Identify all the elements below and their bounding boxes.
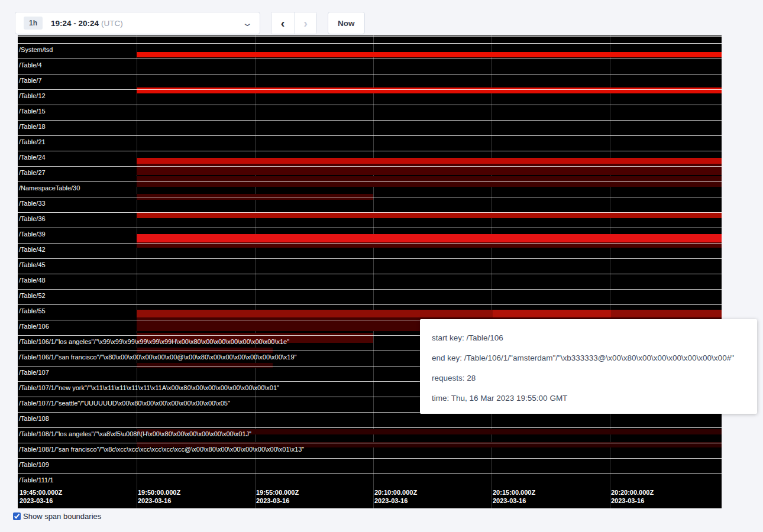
span-row[interactable]: /Table/15 bbox=[18, 105, 722, 120]
span-label: /Table/45 bbox=[18, 261, 46, 269]
x-axis-time: 19:55:00.000Z bbox=[256, 488, 299, 497]
span-label: /Table/48 bbox=[18, 277, 46, 284]
span-row[interactable]: /System/tsd bbox=[18, 43, 722, 59]
prev-range-button[interactable]: ‹ bbox=[271, 12, 294, 34]
keyvis-canvas[interactable]: /System/tsd/Table/4/Table/7/Table/12/Tab… bbox=[18, 35, 722, 508]
span-row[interactable]: /Table/108/1/"san francisco"/"\x8c\xcc\x… bbox=[18, 443, 722, 458]
span-row[interactable]: /Table/45 bbox=[18, 258, 722, 274]
x-axis-time: 20:15:00.000Z bbox=[493, 488, 535, 497]
span-label: /Table/27 bbox=[18, 169, 46, 177]
span-label: /Table/12 bbox=[18, 92, 46, 100]
x-axis-tick: 20:20:00.000Z2023-03-16 bbox=[611, 488, 654, 505]
time-toolbar: 1h 19:24 - 20:24(UTC) ⌄ ‹ › Now bbox=[15, 12, 365, 34]
span-label: /Table/108 bbox=[18, 415, 49, 423]
x-axis-tick: 20:10:00.000Z2023-03-16 bbox=[374, 488, 417, 505]
span-row[interactable]: /Table/55 bbox=[18, 304, 722, 320]
x-axis-date: 2023-03-16 bbox=[20, 497, 62, 505]
span-label: /Table/111/1 bbox=[18, 476, 53, 484]
checkbox-label: Show span boundaries bbox=[23, 512, 101, 521]
span-label: /Table/108/1/"san francisco"/"\x8c\xcc\x… bbox=[18, 446, 304, 453]
span-label: /NamespaceTable/30 bbox=[18, 184, 80, 192]
range-duration-badge: 1h bbox=[24, 17, 43, 30]
span-row[interactable]: /NamespaceTable/30 bbox=[18, 181, 722, 197]
span-label: /Table/21 bbox=[18, 138, 46, 146]
span-row[interactable]: /Table/39 bbox=[18, 228, 722, 243]
range-text: 19:24 - 20:24(UTC) bbox=[51, 19, 123, 28]
x-axis-tick: 20:15:00.000Z2023-03-16 bbox=[493, 488, 535, 505]
span-label: /Table/7 bbox=[18, 77, 42, 85]
span-label: /Table/106/1/"los angeles"/"\x99\x99\x99… bbox=[18, 338, 289, 346]
next-range-button[interactable]: › bbox=[294, 12, 316, 34]
span-boundaries-control: Show span boundaries bbox=[13, 512, 101, 521]
span-boundary-line bbox=[18, 36, 722, 37]
span-label: /Table/108/1/"los angeles"/"\xa8\xf5\u00… bbox=[18, 430, 251, 438]
span-row[interactable]: /Table/109 bbox=[18, 458, 722, 473]
span-row[interactable]: /Table/21 bbox=[18, 135, 722, 151]
x-axis-date: 2023-03-16 bbox=[138, 497, 180, 505]
span-label: /Table/109 bbox=[18, 461, 49, 469]
range-timezone: (UTC) bbox=[101, 19, 123, 28]
span-label: /Table/106/1/"san francisco"/"\x80\x00\x… bbox=[18, 353, 297, 361]
x-axis-time: 19:45:00.000Z bbox=[20, 488, 62, 497]
span-label: /Table/55 bbox=[18, 307, 46, 315]
span-label: /Table/106 bbox=[18, 323, 49, 330]
span-label: /Table/36 bbox=[18, 215, 46, 223]
span-row[interactable]: /Table/48 bbox=[18, 274, 722, 289]
tooltip-end-key: end key: /Table/106/1/"amsterdam"/"\xb33… bbox=[432, 352, 745, 364]
range-time: 19:24 - 20:24 bbox=[51, 19, 99, 28]
span-row[interactable]: /Table/18 bbox=[18, 120, 722, 135]
now-button[interactable]: Now bbox=[328, 12, 365, 34]
span-label: /Table/107/1/"new york"/"\x11\x11\x11\x1… bbox=[18, 384, 279, 392]
x-axis-date: 2023-03-16 bbox=[374, 497, 417, 505]
span-row[interactable]: /Table/33 bbox=[18, 197, 722, 212]
range-step-buttons: ‹ › bbox=[271, 12, 317, 34]
span-row[interactable]: /Table/42 bbox=[18, 243, 722, 258]
span-label: /Table/42 bbox=[18, 246, 46, 254]
span-label: /Table/4 bbox=[18, 61, 42, 69]
x-axis-date: 2023-03-16 bbox=[493, 497, 535, 505]
span-row[interactable]: /Table/27 bbox=[18, 166, 722, 181]
hover-tooltip: start key: /Table/106 end key: /Table/10… bbox=[420, 319, 757, 414]
span-row[interactable]: /Table/24 bbox=[18, 151, 722, 166]
x-axis-date: 2023-03-16 bbox=[611, 497, 654, 505]
span-row[interactable]: /Table/108 bbox=[18, 412, 722, 427]
span-row[interactable]: /Table/4 bbox=[18, 59, 722, 74]
x-axis-tick: 19:55:00.000Z2023-03-16 bbox=[256, 488, 299, 505]
span-row[interactable]: /Table/12 bbox=[18, 89, 722, 105]
span-label: /Table/15 bbox=[18, 108, 46, 115]
x-axis-date: 2023-03-16 bbox=[256, 497, 299, 505]
span-label: /Table/39 bbox=[18, 231, 46, 238]
span-label: /Table/107 bbox=[18, 369, 49, 377]
span-label: /Table/52 bbox=[18, 292, 46, 300]
x-axis-time: 19:50:00.000Z bbox=[138, 488, 180, 497]
tooltip-time: time: Thu, 16 Mar 2023 19:55:00 GMT bbox=[432, 392, 745, 404]
span-row[interactable]: /Table/52 bbox=[18, 289, 722, 304]
show-span-boundaries-checkbox[interactable] bbox=[13, 512, 21, 520]
span-label: /System/tsd bbox=[18, 46, 53, 54]
x-axis-tick: 19:45:00.000Z2023-03-16 bbox=[20, 488, 62, 505]
span-row[interactable]: /Table/108/1/"los angeles"/"\xa8\xf5\u00… bbox=[18, 427, 722, 443]
span-row[interactable]: /Table/7 bbox=[18, 74, 722, 89]
span-row[interactable]: /Table/111/1 bbox=[18, 473, 722, 489]
tooltip-start-key: start key: /Table/106 bbox=[432, 332, 745, 344]
span-label: /Table/107/1/"seattle"/"UUUUUUD\x00\x80\… bbox=[18, 400, 230, 407]
time-range-picker[interactable]: 1h 19:24 - 20:24(UTC) ⌄ bbox=[15, 12, 260, 34]
x-axis-time: 20:20:00.000Z bbox=[611, 488, 654, 497]
x-axis-tick: 19:50:00.000Z2023-03-16 bbox=[138, 488, 180, 505]
span-label: /Table/24 bbox=[18, 154, 46, 161]
chevron-down-icon: ⌄ bbox=[242, 20, 253, 26]
x-axis-time: 20:10:00.000Z bbox=[374, 488, 417, 497]
span-label: /Table/33 bbox=[18, 200, 46, 207]
span-label: /Table/18 bbox=[18, 123, 46, 131]
key-visualizer-page: 1h 19:24 - 20:24(UTC) ⌄ ‹ › Now /System/… bbox=[0, 0, 763, 532]
span-row[interactable]: /Table/36 bbox=[18, 212, 722, 228]
tooltip-requests: requests: 28 bbox=[432, 372, 745, 384]
